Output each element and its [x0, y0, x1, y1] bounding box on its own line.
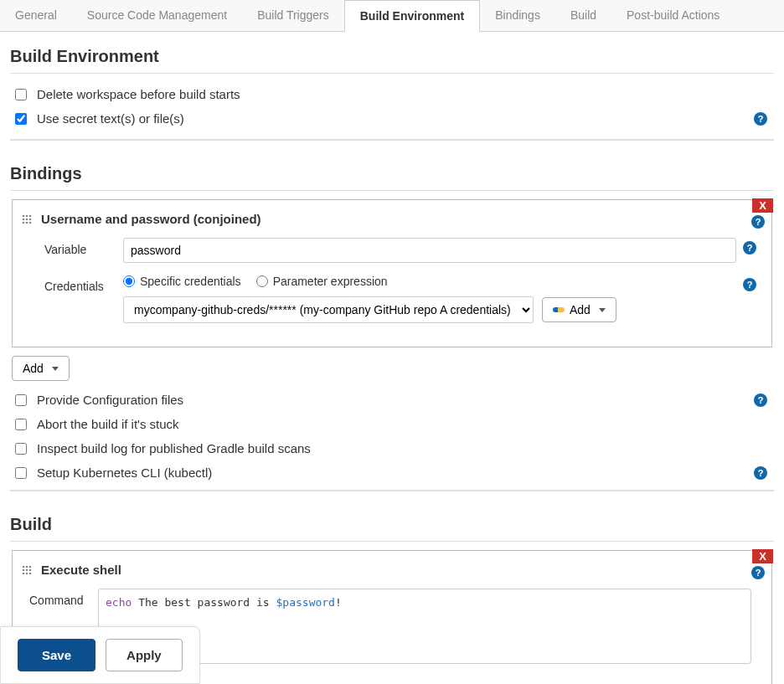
- help-icon[interactable]: ?: [754, 112, 767, 126]
- svg-point-5: [29, 218, 32, 220]
- add-binding-button[interactable]: Add: [12, 356, 70, 381]
- footer-action-bar: Save Apply: [0, 626, 200, 684]
- svg-point-14: [29, 568, 32, 571]
- help-icon[interactable]: ?: [743, 241, 756, 255]
- svg-point-4: [26, 218, 28, 220]
- radio-specific-credentials[interactable]: [123, 275, 135, 287]
- save-button[interactable]: Save: [18, 639, 95, 671]
- label-abort-stuck: Abort the build if it's stuck: [37, 417, 179, 431]
- help-icon[interactable]: ?: [743, 278, 756, 291]
- checkbox-provide-config-files[interactable]: [15, 394, 27, 406]
- tab-scm[interactable]: Source Code Management: [72, 0, 242, 31]
- close-build-step-button[interactable]: X: [752, 549, 773, 563]
- close-binding-button[interactable]: X: [752, 198, 773, 213]
- drag-handle-icon[interactable]: [21, 564, 33, 576]
- label-use-secret: Use secret text(s) or file(s): [37, 111, 184, 126]
- label-specific-credentials: Specific credentials: [140, 275, 241, 288]
- svg-point-12: [23, 568, 25, 571]
- label-credentials: Credentials: [44, 275, 123, 293]
- label-parameter-expression: Parameter expression: [273, 275, 388, 288]
- tab-build[interactable]: Build: [555, 0, 611, 31]
- build-block-title: Execute shell: [41, 563, 121, 577]
- label-kubectl: Setup Kubernetes CLI (kubectl): [37, 465, 212, 480]
- label-inspect-gradle: Inspect build log for published Gradle b…: [37, 441, 311, 455]
- input-variable[interactable]: [123, 238, 736, 263]
- section-title-build-environment: Build Environment: [10, 40, 774, 74]
- caret-down-icon: [599, 308, 606, 312]
- svg-point-11: [29, 565, 32, 568]
- svg-point-16: [26, 572, 28, 574]
- binding-block-title: Username and password (conjoined): [41, 212, 261, 226]
- help-icon[interactable]: ?: [754, 466, 767, 480]
- add-credentials-button[interactable]: Add: [542, 297, 616, 322]
- help-icon[interactable]: ?: [754, 393, 767, 407]
- label-command: Command: [29, 589, 98, 607]
- radio-parameter-expression[interactable]: [256, 275, 268, 287]
- checkbox-abort-stuck[interactable]: [15, 419, 27, 430]
- tab-postbuild[interactable]: Post-build Actions: [611, 0, 735, 31]
- checkbox-use-secret[interactable]: [15, 113, 27, 125]
- tab-build-environment[interactable]: Build Environment: [344, 0, 480, 32]
- svg-point-10: [26, 565, 28, 568]
- label-delete-workspace: Delete workspace before build starts: [37, 87, 240, 101]
- label-provide-config-files: Provide Configuration files: [37, 393, 183, 407]
- svg-point-0: [23, 214, 25, 217]
- config-tabs: General Source Code Management Build Tri…: [0, 0, 784, 32]
- section-title-build: Build: [10, 508, 774, 542]
- svg-point-13: [26, 568, 28, 571]
- help-icon[interactable]: ?: [751, 215, 765, 229]
- checkbox-inspect-gradle[interactable]: [15, 443, 27, 455]
- key-icon: [553, 307, 565, 312]
- svg-point-15: [23, 572, 25, 574]
- select-credentials[interactable]: mycompany-github-creds/****** (my-compan…: [123, 296, 534, 323]
- section-title-bindings: Bindings: [10, 157, 774, 191]
- svg-point-2: [29, 214, 32, 217]
- svg-point-3: [23, 218, 25, 220]
- checkbox-delete-workspace[interactable]: [15, 89, 27, 100]
- svg-point-6: [23, 221, 25, 224]
- checkbox-kubectl[interactable]: [15, 467, 27, 479]
- svg-point-7: [26, 221, 28, 224]
- svg-point-1: [26, 214, 28, 217]
- drag-handle-icon[interactable]: [21, 213, 33, 225]
- tab-general[interactable]: General: [0, 0, 72, 31]
- apply-button[interactable]: Apply: [106, 639, 183, 671]
- svg-point-17: [29, 572, 32, 574]
- caret-down-icon: [52, 367, 59, 371]
- binding-block-username-password: X ? Username and password (conjoined) Va…: [12, 199, 772, 347]
- help-icon[interactable]: ?: [751, 566, 765, 579]
- tab-bindings[interactable]: Bindings: [480, 0, 555, 31]
- tab-build-triggers[interactable]: Build Triggers: [242, 0, 344, 31]
- svg-point-8: [29, 221, 32, 224]
- label-variable: Variable: [44, 238, 123, 256]
- svg-point-9: [23, 565, 25, 568]
